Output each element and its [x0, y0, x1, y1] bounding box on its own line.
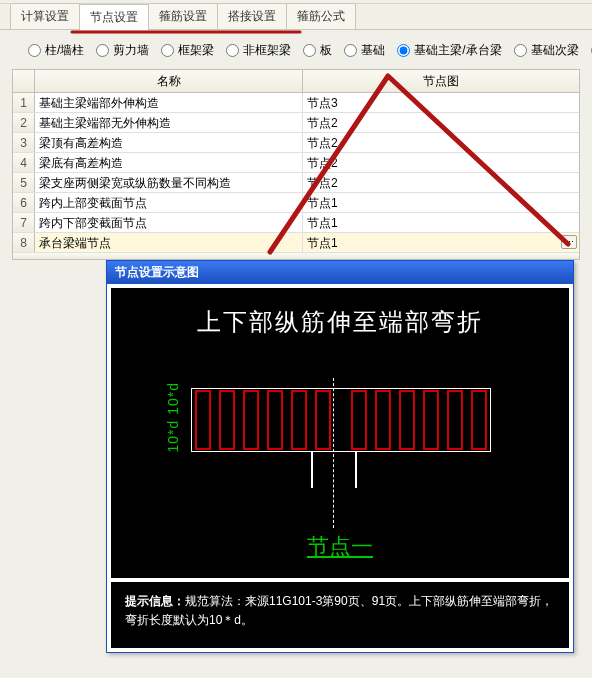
tab-lap-settings[interactable]: 搭接设置: [217, 3, 287, 29]
centerline: [333, 378, 334, 528]
radio-label: 剪力墙: [113, 42, 149, 59]
radio-frame-beam[interactable]: 框架梁: [161, 42, 214, 59]
radio-slab[interactable]: 板: [303, 42, 332, 59]
radio-label: 基础主梁/承台梁: [414, 42, 501, 59]
table-row[interactable]: 7跨内下部变截面节点节点1: [13, 213, 579, 233]
row-name: 梁顶有高差构造: [35, 133, 303, 152]
row-node[interactable]: 节点3: [303, 93, 579, 112]
radio-column-wall[interactable]: 柱/墙柱: [28, 42, 84, 59]
row-node[interactable]: 节点2: [303, 133, 579, 152]
radio-foundation-main-beam[interactable]: 基础主梁/承台梁: [397, 42, 501, 59]
radio-label: 柱/墙柱: [45, 42, 84, 59]
radio-foundation[interactable]: 基础: [344, 42, 385, 59]
support-line: [355, 452, 357, 488]
row-name: 跨内下部变截面节点: [35, 213, 303, 232]
row-number: 5: [13, 173, 35, 192]
radio-nonframe-beam[interactable]: 非框架梁: [226, 42, 291, 59]
table-row[interactable]: 6跨内上部变截面节点节点1: [13, 193, 579, 213]
category-radios: 柱/墙柱 剪力墙 框架梁 非框架梁 板 基础 基础主梁/承台梁 基础次梁 砌: [0, 30, 592, 69]
diagram-canvas: 上下部纵筋伸至端部弯折 10*d 10*d 节点一: [111, 288, 569, 578]
diagram-info: 提示信息：规范算法：来源11G101-3第90页、91页。上下部纵筋伸至端部弯折…: [111, 582, 569, 648]
more-button[interactable]: ⋯: [561, 235, 577, 249]
row-number: 6: [13, 193, 35, 212]
diagram-node-label: 节点一: [111, 532, 569, 562]
info-text: 规范算法：来源11G101-3第90页、91页。上下部纵筋伸至端部弯折，弯折长度…: [125, 594, 553, 627]
radio-label: 基础次梁: [531, 42, 579, 59]
node-grid: 名称 节点图 1基础主梁端部外伸构造节点32基础主梁端部无外伸构造节点23梁顶有…: [12, 69, 580, 260]
row-number: 2: [13, 113, 35, 132]
table-row[interactable]: 4梁底有高差构造节点2: [13, 153, 579, 173]
radio-foundation-secondary-beam[interactable]: 基础次梁: [514, 42, 579, 59]
tab-stirrup-formula[interactable]: 箍筋公式: [286, 3, 356, 29]
radio-shear-wall[interactable]: 剪力墙: [96, 42, 149, 59]
table-row[interactable]: 3梁顶有高差构造节点2: [13, 133, 579, 153]
tab-stirrup-settings[interactable]: 箍筋设置: [148, 3, 218, 29]
row-name: 梁支座两侧梁宽或纵筋数量不同构造: [35, 173, 303, 192]
dim-label-vertical: 10*d 10*d: [165, 382, 181, 453]
radio-label: 框架梁: [178, 42, 214, 59]
row-number: 8: [13, 233, 35, 252]
grid-header: 名称 节点图: [13, 70, 579, 93]
row-node[interactable]: 节点2: [303, 113, 579, 132]
tab-label: 计算设置: [21, 9, 69, 23]
table-row[interactable]: 8承台梁端节点节点1⋯: [13, 233, 579, 253]
tab-label: 箍筋公式: [297, 9, 345, 23]
grid-header-num: [13, 70, 35, 92]
row-name: 梁底有高差构造: [35, 153, 303, 172]
grid-header-node[interactable]: 节点图: [303, 70, 579, 92]
table-row[interactable]: 2基础主梁端部无外伸构造节点2: [13, 113, 579, 133]
tab-label: 节点设置: [90, 10, 138, 24]
row-number: 7: [13, 213, 35, 232]
row-node[interactable]: 节点1⋯: [303, 233, 579, 252]
info-prefix: 提示信息：: [125, 594, 185, 608]
tab-label: 搭接设置: [228, 9, 276, 23]
support-line: [311, 452, 313, 488]
row-name: 跨内上部变截面节点: [35, 193, 303, 212]
radio-label: 基础: [361, 42, 385, 59]
diagram-heading: 上下部纵筋伸至端部弯折: [111, 306, 569, 338]
row-node[interactable]: 节点1: [303, 193, 579, 212]
table-row[interactable]: 1基础主梁端部外伸构造节点3: [13, 93, 579, 113]
row-number: 4: [13, 153, 35, 172]
radio-label: 板: [320, 42, 332, 59]
row-node[interactable]: 节点1: [303, 213, 579, 232]
row-node[interactable]: 节点2: [303, 173, 579, 192]
row-name: 基础主梁端部外伸构造: [35, 93, 303, 112]
node-diagram-window: 节点设置示意图 上下部纵筋伸至端部弯折 10*d 10*d 节点一 提示信息：规…: [106, 260, 574, 653]
row-number: 3: [13, 133, 35, 152]
tab-label: 箍筋设置: [159, 9, 207, 23]
row-number: 1: [13, 93, 35, 112]
tab-calc-settings[interactable]: 计算设置: [10, 3, 80, 29]
row-name: 基础主梁端部无外伸构造: [35, 113, 303, 132]
diagram-title-bar[interactable]: 节点设置示意图: [107, 261, 573, 284]
grid-header-name[interactable]: 名称: [35, 70, 303, 92]
tab-bar: 计算设置 节点设置 箍筋设置 搭接设置 箍筋公式: [0, 4, 592, 30]
table-row[interactable]: 5梁支座两侧梁宽或纵筋数量不同构造节点2: [13, 173, 579, 193]
row-name: 承台梁端节点: [35, 233, 303, 252]
beam-section: [191, 388, 491, 452]
radio-label: 非框架梁: [243, 42, 291, 59]
tab-node-settings[interactable]: 节点设置: [79, 4, 149, 30]
row-node[interactable]: 节点2: [303, 153, 579, 172]
